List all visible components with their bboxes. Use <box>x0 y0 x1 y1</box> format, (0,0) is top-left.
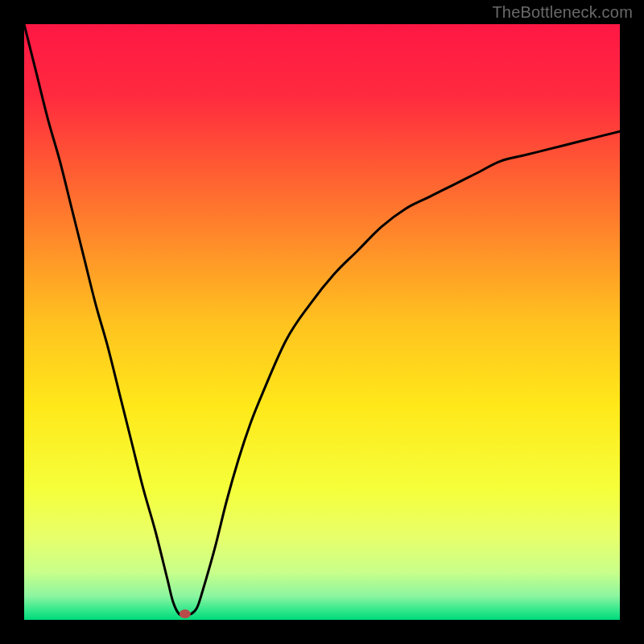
bottleneck-chart <box>24 24 620 620</box>
attribution-label: TheBottleneck.com <box>492 3 633 22</box>
chart-background <box>24 24 620 620</box>
optimal-point-marker <box>180 609 191 618</box>
plot-area <box>24 24 620 620</box>
chart-frame: TheBottleneck.com <box>0 0 644 644</box>
